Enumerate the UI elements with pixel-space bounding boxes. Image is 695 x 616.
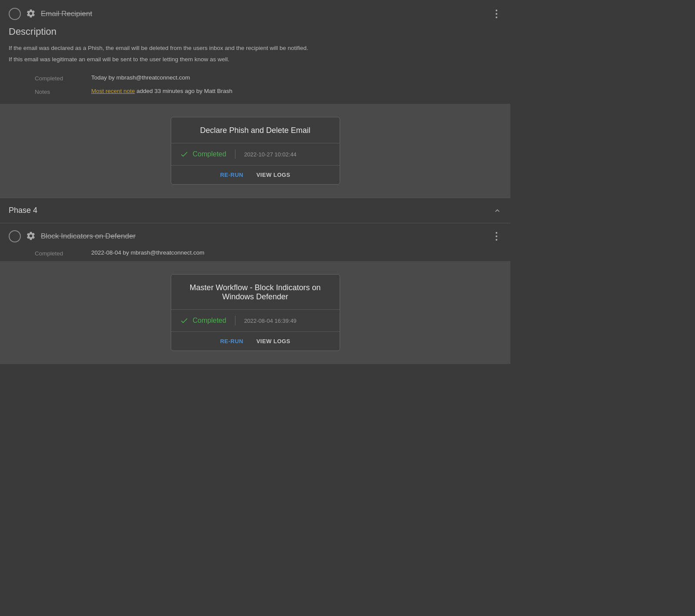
phase4-header: Phase 4 [0, 198, 510, 223]
top-bar-left: Email Recipient [9, 8, 92, 20]
block-indicators-task-row: Block Indicators on Defender [0, 223, 510, 249]
collapse-chevron[interactable] [493, 206, 502, 215]
description-line2: If this email was legitimate an email wi… [9, 55, 502, 64]
circle-status-icon [9, 8, 21, 20]
description-line1: If the email was declared as a Phish, th… [9, 43, 502, 53]
notes-label: Notes [35, 88, 91, 95]
declare-phish-status-row: Completed 2022-10-27 10:02:44 [171, 143, 340, 166]
task-circle-icon [9, 230, 21, 242]
block-status-completed: Completed [193, 317, 226, 325]
task-row-left: Block Indicators on Defender [9, 230, 136, 242]
top-bar: Email Recipient [0, 0, 510, 26]
block-indicators-title: Master Workflow - Block Indicators on Wi… [171, 275, 340, 310]
block-status-divider [235, 316, 235, 325]
status-timestamp: 2022-10-27 10:02:44 [244, 151, 297, 158]
status-completed: Completed [193, 150, 226, 158]
phase4-panel: Master Workflow - Block Indicators on Wi… [0, 261, 510, 364]
status-divider [235, 149, 235, 159]
notes-value: Most recent note added 33 minutes ago by… [91, 88, 502, 95]
gear-icon [26, 9, 36, 20]
phase4-task-meta: Completed 2022-08-04 by mbrash@threatcon… [35, 249, 510, 257]
block-indicators-status-row: Completed 2022-08-04 16:39:49 [171, 310, 340, 332]
task-three-dots-menu[interactable] [491, 232, 502, 241]
declare-phish-card: Declare Phish and Delete Email Completed… [171, 117, 340, 185]
declare-phish-title: Declare Phish and Delete Email [171, 117, 340, 143]
check-icon [180, 150, 189, 159]
block-rerun-button[interactable]: RE-RUN [220, 338, 244, 344]
notes-suffix: added 33 minutes ago by Matt Brash [135, 88, 232, 94]
block-status-timestamp: 2022-08-04 16:39:49 [244, 318, 297, 324]
rerun-button[interactable]: RE-RUN [220, 172, 244, 178]
three-dots-menu[interactable] [491, 10, 502, 18]
phase4-completed-value: 2022-08-04 by mbrash@threatconnect.com [91, 249, 510, 257]
task-gear-icon [26, 231, 36, 242]
phase3-panel: Declare Phish and Delete Email Completed… [0, 104, 510, 198]
phase4-title: Phase 4 [9, 206, 37, 215]
completed-label: Completed [35, 74, 91, 82]
block-check-icon [180, 316, 189, 325]
description-meta: Completed Today by mbrash@threatconnect.… [35, 74, 502, 95]
block-viewlogs-button[interactable]: VIEW LOGS [256, 338, 290, 344]
phase4-completed-label: Completed [35, 249, 91, 257]
notes-link[interactable]: Most recent note [91, 88, 135, 94]
completed-value: Today by mbrash@threatconnect.com [91, 74, 502, 82]
description-heading: Description [9, 26, 502, 37]
task-block-indicators-title: Block Indicators on Defender [41, 232, 136, 241]
block-indicators-actions: RE-RUN VIEW LOGS [171, 332, 340, 351]
task-title: Email Recipient [41, 10, 92, 18]
description-section: Description If the email was declared as… [0, 26, 510, 104]
block-indicators-card: Master Workflow - Block Indicators on Wi… [171, 274, 340, 351]
declare-phish-actions: RE-RUN VIEW LOGS [171, 166, 340, 184]
phase4-section: Phase 4 Block Indicators on Defender Com… [0, 198, 510, 364]
viewlogs-button[interactable]: VIEW LOGS [256, 172, 290, 178]
